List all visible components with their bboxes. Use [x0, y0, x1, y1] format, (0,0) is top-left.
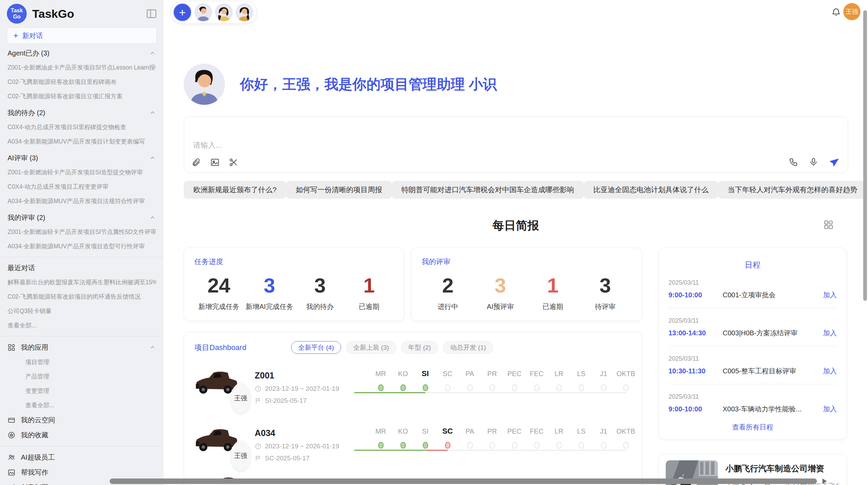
milestone-step: KO [392, 369, 414, 391]
image-upload-icon[interactable] [210, 158, 220, 167]
attach-icon[interactable] [192, 158, 201, 167]
event-title: C003|H0B-方案冻结评审 [723, 328, 823, 338]
sidebar-item-favorites[interactable]: 我的收藏 [8, 427, 156, 443]
stat-value: 3 [246, 273, 293, 299]
join-button[interactable]: 加入 [823, 405, 837, 414]
project-dates: 2023-12-19 ~ 2027-01-19 [265, 385, 339, 393]
sidebar-chat-item[interactable]: Z001-全新燃油轻卡产品开发项目SI节点属性5D文件评审 [8, 225, 156, 239]
suggestion-chip[interactable]: 比亚迪全固态电池计划具体说了什么 [584, 181, 718, 199]
stat-label: 待评审 [583, 302, 628, 311]
sidebar-collapse-icon[interactable] [146, 8, 157, 20]
recent-view-all[interactable]: 查看全部... [8, 318, 156, 333]
sidebar-item-cloud-space[interactable]: 我的云空间 [8, 412, 156, 427]
favorites-label: 我的收藏 [21, 431, 48, 440]
suggestion-chip[interactable]: 特朗普可能对进口汽车增税会对中国车企造成哪些影响 [392, 181, 584, 199]
chevron-up-icon[interactable] [149, 50, 156, 57]
horizontal-scrollbar[interactable] [110, 478, 817, 484]
milestone-step: MR [370, 369, 392, 391]
chevron-up-icon[interactable] [149, 109, 156, 116]
filter-chip[interactable]: 全新上装 (3) [346, 341, 396, 354]
app-item[interactable]: 项目管理 [8, 355, 156, 369]
people-icon [8, 453, 15, 461]
recent-chat-item[interactable]: 公司Q3轻卡销量 [8, 304, 156, 318]
notification-bell-icon[interactable] [831, 7, 841, 17]
event-time: 9:00-10:00 [668, 405, 710, 413]
stat-label: AI预评审 [478, 302, 523, 311]
send-icon[interactable] [829, 157, 839, 167]
dashboard-filters: 全新平台 (4)全新上装 (3)年型 (2)动总开发 (1) [291, 341, 493, 354]
milestone-step: J1 [592, 426, 615, 449]
sidebar-section-header[interactable]: 我的评审 (2) [8, 210, 156, 225]
microphone-icon[interactable] [809, 157, 818, 167]
milestone-dot [534, 384, 540, 391]
join-button[interactable]: 加入 [823, 290, 837, 300]
sidebar-chat-item[interactable]: A034-全新新能源MUV产品开发项目法规符合性评审 [8, 194, 156, 208]
sidebar-chat-item[interactable]: Z001-全新燃油皮卡产品开发项目SI节点Lesson Learn报告 [8, 60, 156, 75]
filter-chip[interactable]: 动总开发 (1) [443, 341, 493, 354]
sidebar-chat-item[interactable]: C02-飞腾新能源轻客改款项目里程碑画布 [8, 75, 156, 89]
project-row[interactable]: 王强 Z001 2023-12-19 ~ 2027-01-19 SI-2025-… [194, 363, 631, 411]
schedule-event: 2025/03/11 13:00-14:30 C003|H0B-方案冻结评审 加… [668, 317, 837, 338]
sidebar-chat-item[interactable]: C0X4-动力总成开发项目工程变更评审 [8, 179, 156, 194]
milestone-step: SI [414, 369, 436, 391]
vertical-scrollbar[interactable] [863, 10, 867, 301]
sidebar-chat-item[interactable]: Z001-全新燃油轻卡产品开发项目SI造型提交物评审 [8, 165, 156, 179]
milestone-step: PEC [503, 369, 526, 391]
filter-chip[interactable]: 全新平台 (4) [291, 341, 341, 354]
add-conversation-button[interactable]: + [173, 3, 192, 22]
join-button[interactable]: 加入 [823, 328, 837, 338]
divider [668, 346, 837, 346]
sidebar: Task Go TaskGo + 新对话 Agent已办 (3) [0, 0, 164, 485]
avatar[interactable] [215, 3, 233, 21]
project-row[interactable]: 王强 A034 2023-12-19 ~ 2026-01-19 SC-2025-… [194, 421, 631, 469]
phone-call-icon[interactable] [789, 157, 798, 167]
chevron-up-icon[interactable] [149, 154, 156, 161]
sidebar-item-help-write[interactable]: 帮我写作 [8, 465, 156, 480]
project-code[interactable]: A034 [255, 428, 354, 438]
sidebar-chat-item[interactable]: A034-全新新能源MUV产品开发项目造型可行性评审 [8, 239, 156, 253]
sidebar-section-header[interactable]: Agent已办 (3) [8, 46, 156, 60]
sidebar-chat-item[interactable]: A034-全新新能源MUV产品开发项目计划变更表编写 [8, 134, 156, 149]
sidebar-chat-item[interactable]: C02-飞腾新能源轻客改款项目立项汇报方案 [8, 89, 156, 103]
brief-layout-icon[interactable] [823, 220, 834, 230]
filter-chip[interactable]: 年型 (2) [401, 341, 438, 354]
suggestion-chip[interactable]: 当下年轻人对汽车外观有怎样的喜好趋势 [718, 181, 867, 199]
app-item[interactable]: 查看全部... [8, 398, 156, 412]
recent-chat-item[interactable]: C02-飞腾新能源轻客改款项目的闭环通告反馈情况 [8, 289, 156, 304]
milestone-step: LS [570, 426, 592, 449]
stat-item: 3 我的待办 [298, 273, 342, 311]
new-chat-button[interactable]: + 新对话 [7, 27, 157, 44]
chat-input[interactable]: 请输入... [184, 116, 848, 173]
user-avatar[interactable]: 王强 [843, 3, 860, 20]
suggestion-chip[interactable]: 欧洲新规最近颁布了什么? [184, 181, 286, 199]
milestone-step: KO [392, 426, 414, 449]
my-apps-header[interactable]: 我的应用 [8, 340, 156, 355]
milestone-dot [512, 442, 517, 449]
scroll-right-arrow[interactable] [822, 478, 827, 484]
sidebar-chat-item[interactable]: C0X4-动力总成开发项目SI里程碑提交物检查 [8, 120, 156, 134]
scissors-icon[interactable] [229, 158, 238, 167]
sidebar-section-header[interactable]: 我的待办 (2) [8, 105, 156, 120]
chevron-up-icon[interactable] [149, 214, 156, 221]
main-area: + 王强 你好，王强，我是你的项目管理助理 小识 请输入... [164, 0, 868, 485]
stat-value: 1 [531, 273, 575, 299]
project-code[interactable]: Z001 [255, 371, 354, 381]
sidebar-sections: Agent已办 (3) Z001-全新燃油皮卡产品开发项目SI节点Lesson … [8, 46, 156, 253]
app-item[interactable]: 变更管理 [8, 384, 156, 398]
schedule-event: 2025/03/11 9:00-10:00 C001-立项审批会 加入 [668, 279, 837, 300]
schedule-card: 日程 2025/03/11 9:00-10:00 C001-立项审批会 加入 [659, 248, 847, 440]
recent-chat-item[interactable]: 解释最新出台的欧盟报废车法规再生塑料比例被调至15%... [8, 275, 156, 289]
sidebar-item-ai-employee[interactable]: AI超级员工 [8, 450, 156, 465]
join-button[interactable]: 加入 [823, 366, 837, 376]
chevron-up-icon[interactable] [149, 344, 156, 351]
milestone-dot [623, 384, 629, 391]
sidebar-section-header[interactable]: AI评审 (3) [8, 151, 156, 165]
view-all-schedule[interactable]: 查看所有日程 [668, 423, 837, 432]
suggestion-chip[interactable]: 如何写一份清晰的项目周报 [286, 181, 392, 199]
avatar[interactable] [194, 3, 212, 21]
stat-value: 1 [347, 273, 391, 299]
section-title: 我的评审 (2) [8, 213, 45, 222]
milestone-step: SC [436, 369, 459, 391]
app-item[interactable]: 产品管理 [8, 369, 156, 384]
avatar[interactable] [236, 3, 253, 21]
